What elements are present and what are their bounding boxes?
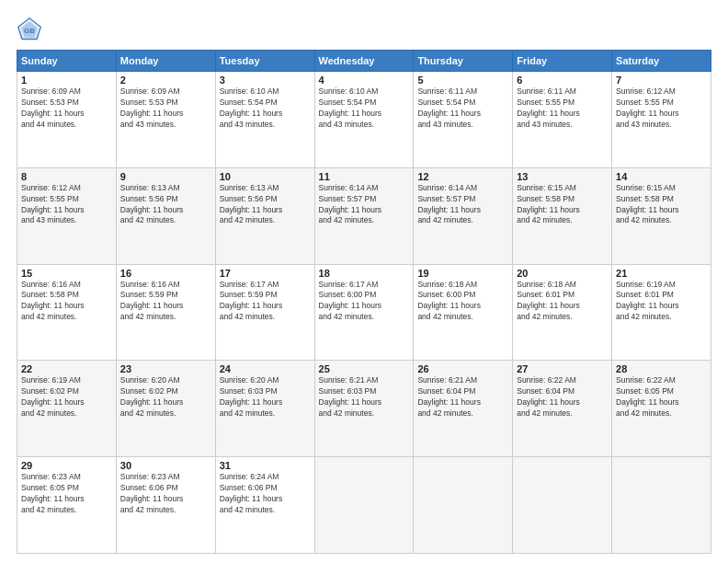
weekday-header: Friday: [513, 51, 612, 72]
day-number: 15: [21, 268, 112, 279]
day-number: 19: [417, 268, 508, 279]
day-info: Sunrise: 6:24 AM Sunset: 6:06 PM Dayligh…: [220, 472, 311, 516]
calendar-header: SundayMondayTuesdayWednesdayThursdayFrid…: [17, 51, 711, 72]
calendar-cell: 30Sunrise: 6:23 AM Sunset: 6:06 PM Dayli…: [116, 457, 215, 554]
calendar-cell: 28Sunrise: 6:22 AM Sunset: 6:05 PM Dayli…: [612, 361, 711, 457]
calendar-cell: 8Sunrise: 6:12 AM Sunset: 5:55 PM Daylig…: [17, 167, 117, 264]
calendar-cell: 18Sunrise: 6:17 AM Sunset: 6:00 PM Dayli…: [314, 264, 414, 361]
calendar-cell: 25Sunrise: 6:21 AM Sunset: 6:03 PM Dayli…: [314, 361, 414, 457]
calendar-cell: 14Sunrise: 6:15 AM Sunset: 5:58 PM Dayli…: [612, 167, 711, 264]
calendar-cell: 16Sunrise: 6:16 AM Sunset: 5:59 PM Dayli…: [116, 264, 215, 361]
logo: GB: [17, 17, 46, 42]
day-info: Sunrise: 6:17 AM Sunset: 6:00 PM Dayligh…: [319, 280, 410, 324]
day-info: Sunrise: 6:23 AM Sunset: 6:05 PM Dayligh…: [21, 472, 112, 516]
header: GB: [17, 17, 711, 42]
day-number: 12: [417, 171, 508, 182]
calendar-table: SundayMondayTuesdayWednesdayThursdayFrid…: [17, 50, 711, 554]
day-info: Sunrise: 6:14 AM Sunset: 5:57 PM Dayligh…: [417, 183, 508, 227]
logo-icon: GB: [17, 17, 42, 42]
day-info: Sunrise: 6:12 AM Sunset: 5:55 PM Dayligh…: [616, 86, 707, 131]
day-info: Sunrise: 6:14 AM Sunset: 5:57 PM Dayligh…: [319, 183, 410, 227]
header-row: SundayMondayTuesdayWednesdayThursdayFrid…: [17, 51, 711, 72]
calendar-cell: 6Sunrise: 6:11 AM Sunset: 5:55 PM Daylig…: [513, 72, 612, 168]
day-number: 5: [417, 75, 508, 86]
day-number: 4: [319, 75, 410, 86]
day-number: 23: [120, 363, 211, 374]
day-number: 21: [616, 268, 707, 279]
weekday-header: Tuesday: [215, 51, 314, 72]
day-number: 25: [319, 363, 410, 374]
day-info: Sunrise: 6:16 AM Sunset: 5:59 PM Dayligh…: [120, 280, 211, 324]
calendar-cell: 22Sunrise: 6:19 AM Sunset: 6:02 PM Dayli…: [17, 361, 117, 457]
calendar-cell: 20Sunrise: 6:18 AM Sunset: 6:01 PM Dayli…: [513, 264, 612, 361]
day-number: 7: [616, 75, 707, 86]
calendar-week: 22Sunrise: 6:19 AM Sunset: 6:02 PM Dayli…: [17, 361, 711, 457]
day-number: 20: [517, 268, 608, 279]
day-info: Sunrise: 6:09 AM Sunset: 5:53 PM Dayligh…: [21, 86, 112, 131]
calendar-cell: 26Sunrise: 6:21 AM Sunset: 6:04 PM Dayli…: [414, 361, 513, 457]
calendar-cell: [612, 457, 711, 554]
day-info: Sunrise: 6:20 AM Sunset: 6:02 PM Dayligh…: [120, 375, 211, 419]
day-number: 10: [220, 171, 311, 182]
page: GB SundayMondayTuesdayWednesdayThursdayF…: [0, 0, 728, 563]
weekday-header: Monday: [116, 51, 215, 72]
day-info: Sunrise: 6:13 AM Sunset: 5:56 PM Dayligh…: [220, 183, 311, 227]
calendar-cell: 2Sunrise: 6:09 AM Sunset: 5:53 PM Daylig…: [116, 72, 215, 168]
calendar-cell: 10Sunrise: 6:13 AM Sunset: 5:56 PM Dayli…: [215, 167, 314, 264]
day-number: 31: [220, 460, 311, 471]
day-number: 26: [417, 363, 508, 374]
calendar-cell: 5Sunrise: 6:11 AM Sunset: 5:54 PM Daylig…: [414, 72, 513, 168]
day-info: Sunrise: 6:19 AM Sunset: 6:02 PM Dayligh…: [21, 375, 112, 419]
calendar-cell: 3Sunrise: 6:10 AM Sunset: 5:54 PM Daylig…: [215, 72, 314, 168]
day-info: Sunrise: 6:10 AM Sunset: 5:54 PM Dayligh…: [319, 86, 410, 131]
calendar-cell: 9Sunrise: 6:13 AM Sunset: 5:56 PM Daylig…: [116, 167, 215, 264]
calendar-cell: 7Sunrise: 6:12 AM Sunset: 5:55 PM Daylig…: [612, 72, 711, 168]
calendar-cell: 11Sunrise: 6:14 AM Sunset: 5:57 PM Dayli…: [314, 167, 414, 264]
day-info: Sunrise: 6:22 AM Sunset: 6:05 PM Dayligh…: [616, 375, 707, 419]
day-info: Sunrise: 6:11 AM Sunset: 5:55 PM Dayligh…: [517, 86, 608, 131]
day-info: Sunrise: 6:15 AM Sunset: 5:58 PM Dayligh…: [616, 183, 707, 227]
calendar-cell: [513, 457, 612, 554]
calendar-cell: 29Sunrise: 6:23 AM Sunset: 6:05 PM Dayli…: [17, 457, 117, 554]
day-info: Sunrise: 6:16 AM Sunset: 5:58 PM Dayligh…: [21, 280, 112, 324]
calendar-cell: 24Sunrise: 6:20 AM Sunset: 6:03 PM Dayli…: [215, 361, 314, 457]
calendar-cell: [314, 457, 414, 554]
calendar-cell: 31Sunrise: 6:24 AM Sunset: 6:06 PM Dayli…: [215, 457, 314, 554]
day-number: 24: [220, 363, 311, 374]
calendar-cell: 27Sunrise: 6:22 AM Sunset: 6:04 PM Dayli…: [513, 361, 612, 457]
calendar-cell: 13Sunrise: 6:15 AM Sunset: 5:58 PM Dayli…: [513, 167, 612, 264]
weekday-header: Thursday: [414, 51, 513, 72]
day-number: 8: [21, 171, 112, 182]
day-number: 11: [319, 171, 410, 182]
day-number: 1: [21, 75, 112, 86]
day-number: 29: [21, 460, 112, 471]
day-info: Sunrise: 6:12 AM Sunset: 5:55 PM Dayligh…: [21, 183, 112, 227]
calendar-cell: [414, 457, 513, 554]
calendar-body: 1Sunrise: 6:09 AM Sunset: 5:53 PM Daylig…: [17, 72, 711, 554]
calendar-cell: 23Sunrise: 6:20 AM Sunset: 6:02 PM Dayli…: [116, 361, 215, 457]
day-info: Sunrise: 6:20 AM Sunset: 6:03 PM Dayligh…: [220, 375, 311, 419]
calendar-week: 8Sunrise: 6:12 AM Sunset: 5:55 PM Daylig…: [17, 167, 711, 264]
day-number: 13: [517, 171, 608, 182]
day-number: 14: [616, 171, 707, 182]
calendar-cell: 19Sunrise: 6:18 AM Sunset: 6:00 PM Dayli…: [414, 264, 513, 361]
day-number: 16: [120, 268, 211, 279]
weekday-header: Sunday: [17, 51, 117, 72]
day-info: Sunrise: 6:19 AM Sunset: 6:01 PM Dayligh…: [616, 280, 707, 324]
calendar-cell: 12Sunrise: 6:14 AM Sunset: 5:57 PM Dayli…: [414, 167, 513, 264]
day-info: Sunrise: 6:09 AM Sunset: 5:53 PM Dayligh…: [120, 86, 211, 131]
svg-text:GB: GB: [24, 27, 35, 35]
calendar-week: 29Sunrise: 6:23 AM Sunset: 6:05 PM Dayli…: [17, 457, 711, 554]
day-number: 17: [220, 268, 311, 279]
calendar-week: 1Sunrise: 6:09 AM Sunset: 5:53 PM Daylig…: [17, 72, 711, 168]
day-number: 27: [517, 363, 608, 374]
day-info: Sunrise: 6:21 AM Sunset: 6:03 PM Dayligh…: [319, 375, 410, 419]
day-number: 28: [616, 363, 707, 374]
day-info: Sunrise: 6:17 AM Sunset: 5:59 PM Dayligh…: [220, 280, 311, 324]
day-info: Sunrise: 6:23 AM Sunset: 6:06 PM Dayligh…: [120, 472, 211, 516]
day-info: Sunrise: 6:13 AM Sunset: 5:56 PM Dayligh…: [120, 183, 211, 227]
day-info: Sunrise: 6:22 AM Sunset: 6:04 PM Dayligh…: [517, 375, 608, 419]
day-info: Sunrise: 6:18 AM Sunset: 6:00 PM Dayligh…: [417, 280, 508, 324]
day-number: 6: [517, 75, 608, 86]
calendar-cell: 15Sunrise: 6:16 AM Sunset: 5:58 PM Dayli…: [17, 264, 117, 361]
